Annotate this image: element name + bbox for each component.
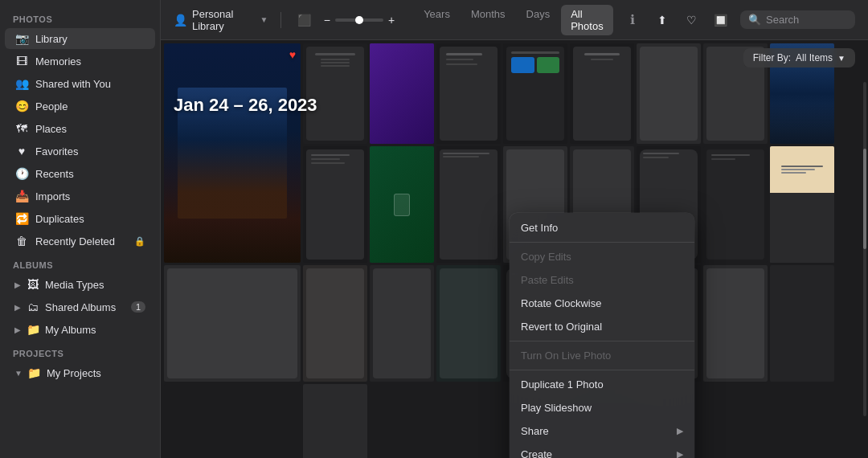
menu-item-paste-edits: Paste Edits [510, 268, 694, 292]
sidebar-item-imports[interactable]: 📥 Imports [5, 186, 155, 207]
tab-days[interactable]: Days [517, 5, 560, 35]
photo-cell[interactable] [503, 43, 567, 144]
search-input[interactable] [766, 14, 847, 26]
library-label: Personal Library [192, 8, 255, 32]
sidebar: Photos 📷 Library 🎞 Memories 👥 Shared wit… [0, 0, 161, 458]
photo-cell[interactable] [164, 265, 301, 382]
photo-cell[interactable] [703, 146, 768, 263]
my-projects-icon: 📁 [27, 366, 42, 380]
photo-cell[interactable]: ♥ [637, 43, 701, 144]
my-albums-icon: 📁 [26, 322, 40, 337]
imports-icon: 📥 [14, 189, 29, 203]
sidebar-item-label: Library [35, 33, 68, 45]
photo-cell[interactable] [703, 265, 768, 382]
photo-grid-area: Filter By: All Items ▼ Jan 24 – 26, 2023… [161, 40, 868, 458]
sidebar-item-shared-with-you[interactable]: 👥 Shared with You [5, 73, 155, 94]
heart-icon-btn[interactable]: ♡ [682, 9, 702, 31]
sidebar-item-label: Recents [35, 168, 74, 180]
main-content: 👤 Personal Library ▼ ⬛ − + Years Months … [161, 0, 868, 458]
group-label: Shared Albums [45, 301, 116, 313]
menu-separator [510, 242, 694, 243]
context-menu: Get Info Copy Edits Paste Edits Rotate C… [510, 213, 694, 458]
menu-item-get-info[interactable]: Get Info [510, 216, 694, 239]
menu-item-share[interactable]: Share ▶ [510, 419, 694, 443]
menu-item-turn-on-live-photo: Turn On Live Photo [510, 344, 694, 367]
duplicates-icon: 🔁 [14, 211, 29, 226]
library-icon: 📷 [14, 31, 29, 46]
filter-button[interactable]: Filter By: All Items ▼ [743, 48, 855, 67]
sidebar-item-duplicates[interactable]: 🔁 Duplicates [5, 208, 155, 229]
tab-years[interactable]: Years [414, 5, 460, 35]
photo-cell[interactable] [570, 43, 634, 144]
favorites-icon: ♥ [14, 144, 29, 158]
toolbar: 👤 Personal Library ▼ ⬛ − + Years Months … [161, 0, 868, 40]
shared-with-you-icon: 👥 [14, 76, 29, 91]
my-albums-group[interactable]: ▶ 📁 My Albums [5, 319, 155, 340]
chevron-right-icon: ▶ [14, 303, 21, 312]
shared-albums-group[interactable]: ▶ 🗂 Shared Albums 1 [5, 296, 155, 317]
zoom-control: − + [324, 14, 395, 27]
menu-item-revert-original[interactable]: Revert to Original [510, 315, 694, 338]
albums-section-label: Albums [0, 252, 160, 273]
sidebar-item-people[interactable]: 😊 People [5, 96, 155, 117]
group-label: My Albums [45, 324, 96, 336]
photo-cell[interactable] [303, 43, 367, 144]
sidebar-item-recents[interactable]: 🕐 Recents [5, 163, 155, 184]
zoom-slider[interactable] [335, 18, 383, 22]
filter-bar: Filter By: All Items ▼ [743, 48, 855, 67]
menu-item-rotate-clockwise[interactable]: Rotate Clockwise [510, 292, 694, 315]
projects-section-label: Projects [0, 341, 160, 362]
info-icon-btn[interactable]: ℹ [623, 9, 643, 31]
photo-cell[interactable] [303, 146, 367, 263]
sidebar-item-favorites[interactable]: ♥ Favorites [5, 141, 155, 162]
menu-item-play-slideshow[interactable]: Play Slideshow [510, 396, 694, 419]
photo-cell[interactable] [370, 265, 434, 382]
sidebar-item-recently-deleted[interactable]: 🗑 Recently Deleted 🔒 [5, 231, 155, 251]
photo-cell[interactable] [370, 146, 434, 263]
photo-cell[interactable] [303, 384, 367, 458]
menu-item-duplicate-photo[interactable]: Duplicate 1 Photo [510, 373, 694, 396]
sidebar-item-label: Places [35, 123, 67, 135]
photo-cell[interactable] [436, 265, 501, 382]
filter-value: All Items [796, 52, 833, 63]
group-label: My Projects [47, 367, 101, 379]
share-icon-btn[interactable]: ⬆ [652, 9, 672, 31]
photo-cell[interactable]: ♥ [164, 43, 301, 263]
add-icon-btn[interactable]: 🔲 [710, 9, 731, 31]
toolbar-separator [280, 12, 281, 28]
photo-cell[interactable] [770, 146, 834, 263]
person-icon: 👤 [174, 14, 187, 27]
photo-cell[interactable] [164, 384, 301, 458]
menu-separator [510, 341, 694, 341]
tab-all-photos[interactable]: All Photos [561, 5, 612, 35]
photos-section-label: Photos [0, 6, 160, 27]
zoom-out-icon[interactable]: − [324, 14, 330, 27]
tab-months[interactable]: Months [461, 5, 515, 35]
shared-albums-icon: 🗂 [26, 300, 40, 314]
search-icon: 🔍 [748, 14, 761, 26]
sidebar-item-label: Recently Deleted [35, 235, 115, 247]
photo-cell[interactable] [303, 265, 367, 382]
shared-albums-badge: 1 [131, 301, 145, 313]
sidebar-item-library[interactable]: 📷 Library [5, 28, 155, 49]
photo-cell[interactable] [370, 43, 434, 144]
zoom-thumb [355, 16, 363, 24]
photo-cell[interactable] [436, 146, 501, 263]
menu-item-copy-edits: Copy Edits [510, 245, 694, 268]
my-projects-group[interactable]: ▼ 📁 My Projects [5, 362, 155, 383]
photo-cell[interactable] [770, 265, 834, 382]
lock-icon: 🔒 [134, 236, 145, 247]
memories-icon: 🎞 [14, 54, 29, 68]
photo-cell[interactable] [436, 43, 501, 144]
slideshow-icon-btn[interactable]: ⬛ [294, 9, 314, 31]
recents-icon: 🕐 [14, 166, 29, 181]
menu-item-create[interactable]: Create ▶ [510, 443, 694, 458]
scrollbar[interactable] [863, 82, 866, 416]
zoom-in-icon[interactable]: + [388, 14, 395, 27]
sidebar-item-places[interactable]: 🗺 Places [5, 118, 155, 139]
chevron-right-icon: ▶ [14, 325, 21, 334]
media-types-group[interactable]: ▶ 🖼 Media Types [5, 274, 155, 295]
sidebar-item-memories[interactable]: 🎞 Memories [5, 51, 155, 72]
library-selector[interactable]: 👤 Personal Library ▼ [174, 8, 268, 32]
search-box[interactable]: 🔍 [740, 10, 855, 29]
